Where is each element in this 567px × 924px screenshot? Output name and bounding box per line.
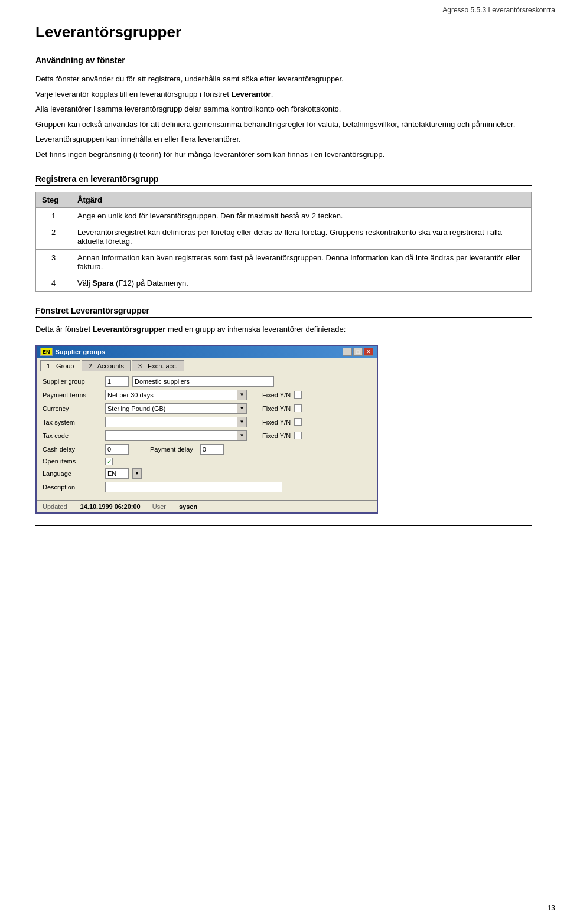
updated-value: 14.10.1999 06:20:00	[80, 503, 141, 510]
section1-heading: Användning av fönster	[35, 55, 532, 67]
section3-description: Detta är fönstret Leverantörsgrupper med…	[35, 324, 532, 335]
tax-code-dropdown-arrow[interactable]: ▼	[237, 431, 246, 440]
supplier-group-row: Supplier group	[43, 376, 371, 387]
open-items-checkbox[interactable]: ✓	[105, 458, 113, 465]
tax-system-label: Tax system	[43, 419, 102, 426]
tax-system-fixed-label: Fixed Y/N	[262, 419, 291, 426]
tax-code-label: Tax code	[43, 432, 102, 439]
payment-terms-fixed-checkbox[interactable]	[294, 391, 302, 399]
step-4-num: 4	[36, 275, 71, 292]
cash-delay-input[interactable]	[105, 444, 129, 455]
open-items-row: Open items ✓	[43, 458, 371, 465]
currency-fixed-checkbox[interactable]	[294, 404, 302, 412]
section2-heading: Registrera en leverantörsgrupp	[35, 174, 532, 186]
language-row: Language ▼	[43, 468, 371, 479]
currency-fixed-label: Fixed Y/N	[262, 405, 291, 412]
step-4-action: Välj Spara (F12) på Datamenyn.	[71, 275, 532, 292]
user-label: User	[152, 503, 166, 510]
payment-terms-label: Payment terms	[43, 391, 102, 399]
open-items-label: Open items	[43, 458, 102, 465]
app-titlebar: EN Supplier groups _ □ ✕	[37, 346, 377, 358]
supplier-group-label: Supplier group	[43, 378, 102, 385]
page-header: Agresso 5.5.3 Leverantörsreskontra	[0, 0, 567, 17]
steps-table: Steg Åtgärd 1 Ange en unik kod för lever…	[35, 192, 532, 292]
main-content: Leverantörsgrupper Användning av fönster…	[0, 17, 567, 561]
payment-terms-row: Payment terms Net per 30 days ▼ Fixed Y/…	[43, 390, 371, 400]
section1-para2: Varje leverantör kopplas till en leveran…	[35, 89, 532, 100]
section1-para1: Detta fönster använder du för att regist…	[35, 73, 532, 85]
tab-accounts[interactable]: 2 - Accounts	[82, 360, 131, 371]
payment-terms-dropdown[interactable]: Net per 30 days ▼	[105, 390, 247, 400]
table-row: 1 Ange en unik kod för leverantörsgruppe…	[36, 208, 532, 224]
table-row: 2 Leverantörsregistret kan definieras pe…	[36, 224, 532, 250]
table-row: 3 Annan information kan även registreras…	[36, 250, 532, 275]
page-title: Leverantörsgrupper	[35, 23, 532, 41]
step-1-num: 1	[36, 208, 71, 224]
app-window: EN Supplier groups _ □ ✕ 1 - Group 2 - A…	[35, 345, 378, 514]
supplier-group-name-input[interactable]	[132, 376, 274, 387]
section1-para3: Alla leverantörer i samma leverantörsgru…	[35, 103, 532, 115]
screenshot-container: EN Supplier groups _ □ ✕ 1 - Group 2 - A…	[35, 345, 532, 514]
app-tabs: 1 - Group 2 - Accounts 3 - Exch. acc.	[37, 358, 377, 371]
updated-label: Updated	[43, 503, 67, 510]
language-input[interactable]	[105, 468, 129, 479]
delay-row: Cash delay Payment delay	[43, 444, 371, 455]
tax-code-row: Tax code ▼ Fixed Y/N	[43, 430, 371, 441]
header-title: Agresso 5.5.3 Leverantörsreskontra	[442, 6, 555, 14]
app-body: Supplier group Payment terms Net per 30 …	[37, 371, 377, 500]
step-3-num: 3	[36, 250, 71, 275]
page-number: 13	[548, 904, 555, 912]
tax-system-row: Tax system ▼ Fixed Y/N	[43, 417, 371, 427]
step-2-action: Leverantörsregistret kan definieras per …	[71, 224, 532, 250]
payment-delay-input[interactable]	[200, 444, 224, 455]
table-row: 4 Välj Spara (F12) på Datamenyn.	[36, 275, 532, 292]
close-button[interactable]: ✕	[364, 348, 373, 356]
currency-value: Sterling Pound (GB)	[106, 405, 237, 412]
payment-terms-dropdown-arrow[interactable]: ▼	[237, 390, 246, 400]
currency-dropdown-arrow[interactable]: ▼	[237, 404, 246, 413]
app-title: Supplier groups	[56, 348, 105, 355]
description-label: Description	[43, 484, 102, 491]
maximize-button[interactable]: □	[353, 348, 363, 356]
description-row: Description	[43, 482, 371, 492]
tab-group[interactable]: 1 - Group	[40, 360, 80, 371]
step-1-action: Ange en unik kod för leverantörsgruppen.…	[71, 208, 532, 224]
titlebar-buttons: _ □ ✕	[343, 348, 373, 356]
currency-row: Currency Sterling Pound (GB) ▼ Fixed Y/N	[43, 403, 371, 414]
currency-dropdown[interactable]: Sterling Pound (GB) ▼	[105, 403, 247, 414]
tax-code-fixed-label: Fixed Y/N	[262, 432, 291, 439]
cash-delay-label: Cash delay	[43, 446, 102, 453]
tax-code-dropdown[interactable]: ▼	[105, 430, 247, 441]
payment-terms-value: Net per 30 days	[106, 391, 237, 399]
step-2-num: 2	[36, 224, 71, 250]
app-footer: Updated 14.10.1999 06:20:00 User sysen	[37, 500, 377, 512]
tax-system-dropdown[interactable]: ▼	[105, 417, 247, 427]
tab-exch-acc[interactable]: 3 - Exch. acc.	[132, 360, 184, 371]
section1-para4: Gruppen kan också användas för att defin…	[35, 119, 532, 130]
tax-system-dropdown-arrow[interactable]: ▼	[237, 417, 246, 427]
payment-terms-fixed-label: Fixed Y/N	[262, 391, 291, 399]
minimize-button[interactable]: _	[343, 348, 352, 356]
col-steg: Steg	[36, 192, 71, 208]
currency-label: Currency	[43, 405, 102, 412]
supplier-group-code-input[interactable]	[105, 376, 129, 387]
description-input[interactable]	[105, 482, 282, 492]
tax-code-fixed-checkbox[interactable]	[294, 432, 302, 439]
user-value: sysen	[179, 503, 197, 510]
section1-para6: Det finns ingen begränsning (i teorin) f…	[35, 149, 532, 161]
step-3-action: Annan information kan även registreras s…	[71, 250, 532, 275]
payment-delay-label: Payment delay	[150, 446, 193, 453]
language-label: Language	[43, 470, 102, 477]
section3-heading: Fönstret Leverantörsgrupper	[35, 306, 532, 318]
language-dropdown-arrow[interactable]: ▼	[132, 468, 142, 479]
bottom-separator	[35, 525, 532, 526]
tax-system-fixed-checkbox[interactable]	[294, 418, 302, 426]
app-icon: EN	[40, 348, 53, 356]
col-atgard: Åtgärd	[71, 192, 532, 208]
titlebar-left: EN Supplier groups	[40, 348, 105, 356]
section1-para5: Leverantörsgruppen kan innehålla en elle…	[35, 133, 532, 145]
